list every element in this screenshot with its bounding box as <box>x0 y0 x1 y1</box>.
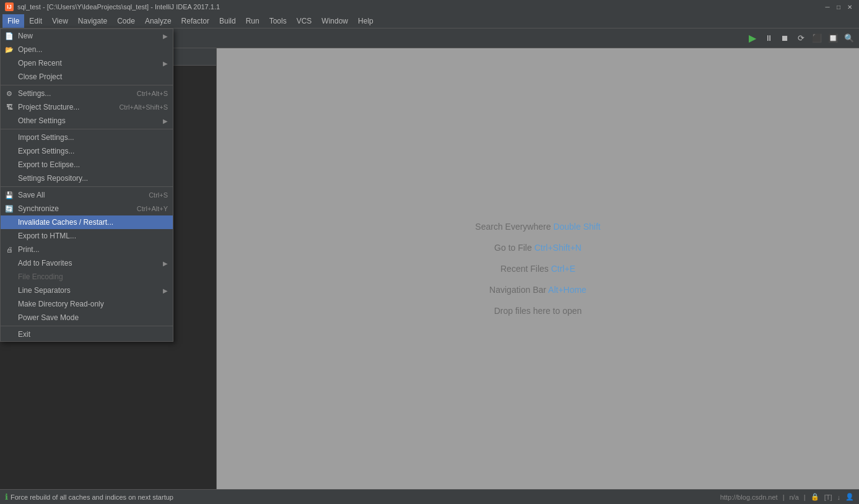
sep-3 <box>1 186 173 187</box>
menu-edit[interactable]: Edit <box>24 14 47 28</box>
sync-icon: 🔄 <box>4 205 14 213</box>
save-icon: 💾 <box>4 191 14 199</box>
hint-goto-file: Go to File Ctrl+Shift+N <box>494 243 582 253</box>
menu-item-import-settings[interactable]: Import Settings... <box>1 131 173 144</box>
print-icon: 🖨 <box>4 246 14 253</box>
toolbar-btn-coverage[interactable]: 🔲 <box>826 31 840 46</box>
menu-item-open[interactable]: 📂 Open... <box>1 43 173 56</box>
menu-window[interactable]: Window <box>316 14 353 28</box>
toolbar-btn-search[interactable]: 🔍 <box>842 31 857 46</box>
project-structure-icon: 🏗 <box>4 103 14 111</box>
menu-code[interactable]: Code <box>112 14 140 28</box>
title-bar-left: IJ sql_test - [C:\Users\Y\IdeaProjects\s… <box>5 2 220 11</box>
menu-item-new[interactable]: 📄 New ▶ <box>1 29 173 43</box>
status-t-badge: [T] <box>824 493 832 501</box>
close-button[interactable]: ✕ <box>845 2 854 11</box>
menu-item-make-read-only[interactable]: Make Directory Read-only <box>1 297 173 311</box>
menu-vcs[interactable]: VCS <box>292 14 317 28</box>
menu-item-settings[interactable]: ⚙ Settings... Ctrl+Alt+S <box>1 87 173 100</box>
menu-item-open-recent[interactable]: Open Recent ▶ <box>1 56 173 70</box>
menu-item-export-settings[interactable]: Export Settings... <box>1 144 173 158</box>
toolbar-btn-6[interactable]: ⟳ <box>793 31 808 46</box>
menu-bar: File Edit View Navigate Code Analyze Ref… <box>0 14 859 28</box>
menu-item-export-html[interactable]: Export to HTML... <box>1 229 173 243</box>
menu-item-line-separators[interactable]: Line Separators ▶ <box>1 284 173 297</box>
settings-icon: ⚙ <box>4 90 14 98</box>
window-title: sql_test - [C:\Users\Y\IdeaProjects\sql_… <box>17 3 220 11</box>
menu-item-exit[interactable]: Exit <box>1 328 173 341</box>
menu-view[interactable]: View <box>47 14 73 28</box>
menu-navigate[interactable]: Navigate <box>73 14 112 28</box>
status-separator-1: | <box>783 493 785 501</box>
sep-4 <box>1 326 173 326</box>
menu-item-other-settings[interactable]: Other Settings ▶ <box>1 114 173 128</box>
menu-item-print[interactable]: 🖨 Print... <box>1 243 173 256</box>
menu-tools[interactable]: Tools <box>264 14 292 28</box>
status-bar: ℹ Force rebuild of all caches and indice… <box>0 489 859 504</box>
open-icon: 📂 <box>4 46 14 54</box>
hint-recent-files: Recent Files Ctrl+E <box>500 264 575 274</box>
menu-analyze[interactable]: Analyze <box>140 14 177 28</box>
status-url: http://blog.csdn.net <box>720 493 778 501</box>
editor-area: Search Everywhere Double Shift Go to Fil… <box>217 48 859 489</box>
status-right: http://blog.csdn.net | n/a | 🔒 [T] ↓ 👤 <box>720 493 854 501</box>
title-bar: IJ sql_test - [C:\Users\Y\IdeaProjects\s… <box>0 0 859 14</box>
hint-nav-bar: Navigation Bar Alt+Home <box>489 285 586 295</box>
menu-build[interactable]: Build <box>214 14 241 28</box>
menu-run[interactable]: Run <box>241 14 264 28</box>
status-download-icon: ↓ <box>837 493 841 501</box>
menu-help[interactable]: Help <box>353 14 378 28</box>
menu-item-settings-repo[interactable]: Settings Repository... <box>1 172 173 185</box>
menu-item-invalidate-caches[interactable]: Invalidate Caches / Restart... <box>1 215 173 229</box>
menu-file[interactable]: File <box>2 14 24 28</box>
file-dropdown-menu: 📄 New ▶ 📂 Open... Open Recent ▶ Close Pr… <box>0 28 173 342</box>
hint-search: Search Everywhere Double Shift <box>475 222 600 232</box>
app-icon: IJ <box>5 2 14 11</box>
window-controls[interactable]: ─ □ ✕ <box>823 2 854 11</box>
status-left: ℹ Force rebuild of all caches and indice… <box>5 492 173 502</box>
menu-item-add-to-favorites[interactable]: Add to Favorites ▶ <box>1 256 173 270</box>
menu-item-close-project[interactable]: Close Project <box>1 70 173 84</box>
menu-item-save-all[interactable]: 💾 Save All Ctrl+S <box>1 188 173 202</box>
toolbar-btn-4[interactable]: ⏸ <box>761 31 776 46</box>
status-person-icon: 👤 <box>845 493 854 501</box>
menu-item-file-encoding: File Encoding <box>1 270 173 284</box>
status-na: n/a <box>790 493 799 501</box>
hint-drop-files: Drop files here to open <box>494 306 582 316</box>
toolbar-run-icon[interactable]: ▶ <box>745 31 760 46</box>
toolbar-btn-5[interactable]: ⏹ <box>777 31 792 46</box>
maximize-button[interactable]: □ <box>834 2 843 11</box>
minimize-button[interactable]: ─ <box>823 2 832 11</box>
status-lock-icon: 🔒 <box>811 493 819 501</box>
menu-item-project-structure[interactable]: 🏗 Project Structure... Ctrl+Alt+Shift+S <box>1 100 173 114</box>
new-icon: 📄 <box>4 32 14 40</box>
sep-1 <box>1 85 173 85</box>
sep-2 <box>1 129 173 129</box>
menu-item-synchronize[interactable]: 🔄 Synchronize Ctrl+Alt+Y <box>1 202 173 215</box>
status-text: Force rebuild of all caches and indices … <box>11 493 173 501</box>
menu-refactor[interactable]: Refactor <box>177 14 214 28</box>
toolbar-btn-7[interactable]: ⬛ <box>809 31 824 46</box>
status-icon: ℹ <box>5 492 8 502</box>
status-separator-2: | <box>804 493 806 501</box>
menu-item-power-save[interactable]: Power Save Mode <box>1 311 173 324</box>
menu-item-export-eclipse[interactable]: Export to Eclipse... <box>1 158 173 172</box>
